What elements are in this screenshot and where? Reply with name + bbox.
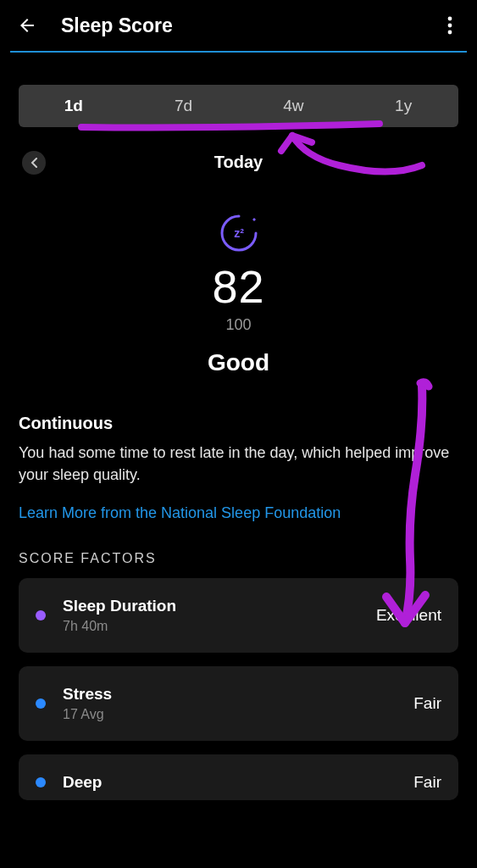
tab-1d[interactable]: 1d	[19, 88, 129, 124]
continuous-body: You had some time to rest late in the da…	[19, 442, 458, 486]
tab-1y[interactable]: 1y	[348, 88, 458, 124]
tab-4w[interactable]: 4w	[239, 88, 349, 124]
svg-text:z²: z²	[234, 226, 244, 240]
factor-stress[interactable]: Stress 17 Avg Fair	[19, 666, 458, 741]
score-max: 100	[19, 316, 458, 334]
page-title: Sleep Score	[61, 14, 173, 37]
continuous-title: Continuous	[19, 414, 458, 433]
date-label: Today	[214, 153, 263, 172]
overflow-menu-button[interactable]	[438, 14, 462, 37]
factor-dot-icon	[36, 777, 46, 787]
factor-deep[interactable]: Deep Fair	[19, 754, 458, 800]
factor-title: Deep	[63, 773, 413, 792]
score-factors-header: SCORE FACTORS	[19, 551, 458, 566]
factor-dot-icon	[36, 698, 46, 709]
vertical-dots-icon	[447, 16, 452, 35]
tab-7d[interactable]: 7d	[129, 88, 239, 124]
factor-sub: 7h 40m	[63, 619, 376, 634]
range-tabs: 1d 7d 4w 1y	[19, 85, 458, 127]
sleep-score-icon: z²	[217, 211, 261, 255]
score-label: Good	[19, 349, 458, 376]
svg-point-2	[448, 31, 452, 35]
prev-day-button[interactable]	[22, 151, 46, 175]
learn-more-link[interactable]: Learn More from the National Sleep Found…	[19, 504, 458, 522]
header-divider	[10, 51, 467, 53]
factor-sub: 17 Avg	[63, 707, 413, 722]
date-navigator: Today	[19, 153, 458, 172]
factor-rating: Excellent	[376, 606, 441, 625]
back-button[interactable]	[15, 14, 39, 37]
chevron-left-icon	[30, 158, 38, 168]
factor-title: Sleep Duration	[63, 597, 376, 615]
factor-dot-icon	[36, 610, 46, 620]
app-header: Sleep Score	[0, 0, 477, 51]
score-value: 82	[19, 260, 458, 313]
arrow-left-icon	[17, 15, 37, 36]
factor-rating: Fair	[413, 773, 441, 792]
factor-sleep-duration[interactable]: Sleep Duration 7h 40m Excellent	[19, 578, 458, 653]
factor-title: Stress	[63, 685, 413, 704]
factor-rating: Fair	[413, 694, 441, 713]
svg-point-0	[448, 17, 452, 21]
svg-point-1	[448, 24, 452, 28]
